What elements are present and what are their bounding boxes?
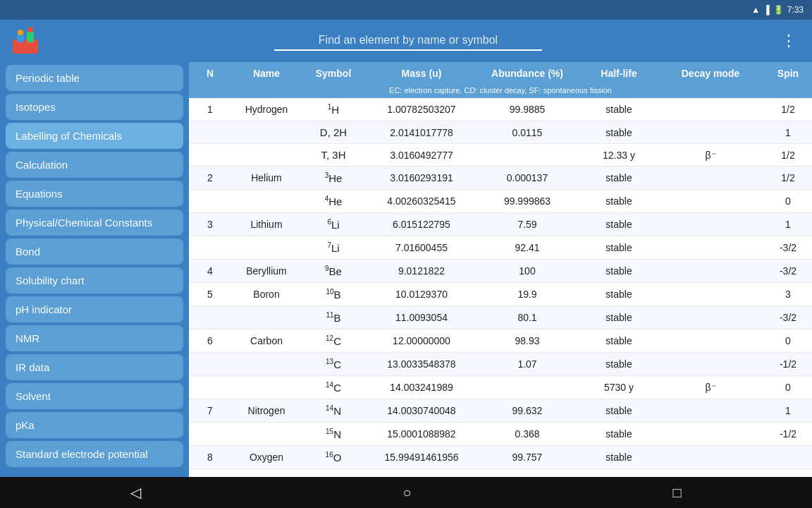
sidebar-item-periodic-table[interactable]: Periodic table xyxy=(6,65,183,91)
table-row: 4He 4.00260325415 99.999863 stable 0 xyxy=(189,190,812,213)
td-n: 6 xyxy=(189,330,231,351)
sidebar-item-isotopes[interactable]: Isotopes xyxy=(6,94,183,120)
td-name: Boron xyxy=(231,284,302,305)
td-abundance: 99.757 xyxy=(478,447,577,468)
table-row: D, 2H 2.0141017778 0.0115 stable 1 xyxy=(189,121,812,144)
table-row: 7 Nitrogen 14N 14.0030740048 99.632 stab… xyxy=(189,399,812,423)
td-name: Nitrogen xyxy=(231,400,302,421)
back-button[interactable]: ◁ xyxy=(116,478,155,507)
td-symbol: 6Li xyxy=(302,213,365,236)
table-row: 15N 15.0001088982 0.368 stable -1/2 xyxy=(189,423,812,446)
menu-button[interactable]: ⋮ xyxy=(775,29,802,53)
td-spin: 1 xyxy=(760,122,812,143)
sidebar-item-labelling-of-chemicals[interactable]: Labelling of Chemicals xyxy=(6,123,183,149)
td-decaymode xyxy=(661,429,760,439)
td-name xyxy=(231,128,302,138)
sidebar-item-ir-data[interactable]: IR data xyxy=(6,354,183,380)
search-container xyxy=(52,31,764,51)
td-abundance: 7.59 xyxy=(478,214,577,235)
td-abundance: 0.368 xyxy=(478,423,577,445)
td-decaymode xyxy=(661,406,760,416)
td-abundance: 98.93 xyxy=(478,330,577,351)
td-mass: 15.99491461956 xyxy=(365,447,478,468)
sidebar-item-pka[interactable]: pKa xyxy=(6,412,183,438)
recent-button[interactable]: □ xyxy=(658,479,695,507)
sidebar-item-calculation[interactable]: Calculation xyxy=(6,152,183,178)
td-decaymode xyxy=(661,196,760,206)
td-halflife: stable xyxy=(577,214,661,235)
table-row: 8 Oxygen 16O 15.99491461956 99.757 stabl… xyxy=(189,446,812,469)
td-decaymode xyxy=(661,313,760,322)
td-abundance: 0.000137 xyxy=(478,167,577,188)
td-spin xyxy=(760,452,812,462)
sidebar-item-standard-electrode-potential[interactable]: Standard electrode potential xyxy=(6,441,183,467)
td-decaymode xyxy=(661,128,760,138)
table-row: 13C 13.0033548378 1.07 stable -1/2 xyxy=(189,353,812,376)
td-halflife: stable xyxy=(577,353,661,375)
td-symbol: 3He xyxy=(302,167,365,189)
td-symbol: 11B xyxy=(302,306,365,329)
td-spin: 1/2 xyxy=(760,99,812,120)
td-name xyxy=(231,150,302,160)
td-name: Helium xyxy=(231,167,302,188)
td-mass: 7.01600455 xyxy=(365,237,478,258)
td-mass: 4.00260325415 xyxy=(365,190,478,212)
td-mass: 1.00782503207 xyxy=(365,99,478,120)
td-decaymode xyxy=(661,266,760,276)
td-n xyxy=(189,382,231,392)
sidebar-item-bond[interactable]: Bond xyxy=(6,238,183,265)
td-name: Carbon xyxy=(231,330,302,351)
col-spin: Spin xyxy=(760,62,812,85)
sidebar-item-nmr[interactable]: NMR xyxy=(6,325,183,351)
td-decaymode xyxy=(661,173,760,183)
td-n: 3 xyxy=(189,214,231,235)
td-halflife: stable xyxy=(577,284,661,305)
sidebar-item-physical-chemical-constants[interactable]: Physical/Chemical Constants xyxy=(6,210,183,236)
td-n: 1 xyxy=(189,99,231,120)
sidebar: Periodic tableIsotopesLabelling of Chemi… xyxy=(0,62,189,477)
td-n: 2 xyxy=(189,167,231,188)
td-abundance: 80.1 xyxy=(478,307,577,328)
td-spin: 1/2 xyxy=(760,167,812,188)
td-symbol: 7Li xyxy=(302,236,365,259)
td-mass: 14.003241989 xyxy=(365,377,478,398)
td-decaymode xyxy=(661,336,760,346)
table-row: 5 Boron 10B 10.0129370 19.9 stable 3 xyxy=(189,283,812,306)
td-abundance: 0.0115 xyxy=(478,122,577,143)
svg-rect-0 xyxy=(13,40,38,54)
td-mass: 3.0160492777 xyxy=(365,145,478,166)
td-name xyxy=(231,313,302,322)
wifi-icon: ▲ xyxy=(751,5,760,15)
table-row: 14C 14.003241989 5730 y β⁻ 0 xyxy=(189,376,812,399)
td-n: 4 xyxy=(189,260,231,282)
td-name xyxy=(231,243,302,253)
td-halflife: stable xyxy=(577,423,661,445)
sidebar-item-equations[interactable]: Equations xyxy=(6,181,183,207)
sidebar-item-solvent[interactable]: Solvent xyxy=(6,383,183,409)
table-area[interactable]: N Name Symbol Mass (u) Abundance (%) Hal… xyxy=(189,62,812,477)
search-input[interactable] xyxy=(274,31,542,51)
table-body: 1 Hydrogen 1H 1.00782503207 99.9885 stab… xyxy=(189,98,812,469)
td-spin: 3 xyxy=(760,284,812,305)
table-subtext: EC: electron capture, CD: cluster decay,… xyxy=(189,85,812,98)
col-halflife: Half-life xyxy=(577,62,661,85)
td-mass: 15.0001088982 xyxy=(365,423,478,445)
td-n xyxy=(189,196,231,206)
td-abundance: 99.632 xyxy=(478,400,577,421)
td-halflife: stable xyxy=(577,400,661,421)
col-decaymode: Decay mode xyxy=(661,62,760,85)
td-abundance: 92.41 xyxy=(478,237,577,258)
td-decaymode xyxy=(661,289,760,299)
td-decaymode xyxy=(661,359,760,369)
td-halflife: stable xyxy=(577,307,661,328)
td-symbol: T, 3H xyxy=(302,144,365,166)
td-name: Hydrogen xyxy=(231,99,302,120)
sidebar-item-ph-indicator[interactable]: pH indicator xyxy=(6,296,183,322)
td-mass: 10.0129370 xyxy=(365,284,478,305)
td-abundance: 1.07 xyxy=(478,353,577,375)
sidebar-item-solubility-chart[interactable]: Solubility chart xyxy=(6,267,183,294)
home-button[interactable]: ○ xyxy=(388,479,425,507)
td-abundance xyxy=(478,150,577,160)
td-spin: -3/2 xyxy=(760,260,812,282)
td-n: 5 xyxy=(189,284,231,305)
